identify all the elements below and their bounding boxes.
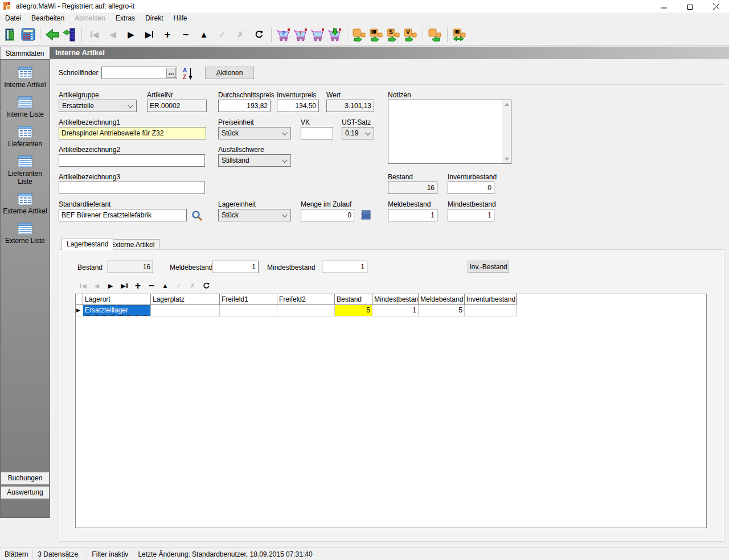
ust-satz-select[interactable]: 0,19 xyxy=(342,127,374,139)
grid-nav-last-icon[interactable]: ▶ xyxy=(117,281,131,290)
cart-exclaim-icon[interactable]: ! xyxy=(292,27,309,43)
issue-s-icon[interactable]: S xyxy=(385,27,402,43)
cell-bestand[interactable]: 5 xyxy=(335,305,372,316)
cell-freifeld1[interactable] xyxy=(220,305,277,316)
cell-mindestbestand[interactable]: 1 xyxy=(372,305,419,316)
sidebar-item-lieferanten-liste[interactable]: Lieferanten Liste xyxy=(1,155,50,186)
barcode-sync-icon[interactable] xyxy=(451,27,468,43)
menu-extras[interactable]: Extras xyxy=(110,13,140,24)
nav-last-icon[interactable]: ▶ xyxy=(140,27,158,42)
artikelbezeichnung1-field[interactable] xyxy=(59,127,206,139)
panel-meldebestand-field[interactable] xyxy=(212,261,259,273)
sidebar-item-externe-liste[interactable]: Externe Liste xyxy=(1,223,50,245)
minimize-button[interactable] xyxy=(650,0,677,13)
preiseinheit-select[interactable]: Stück xyxy=(218,127,291,139)
standardlieferant-field[interactable] xyxy=(59,209,187,221)
return-arrow-left-icon[interactable] xyxy=(427,27,444,43)
aktionen-button[interactable]: Aktionen xyxy=(205,67,254,79)
list-back-icon[interactable] xyxy=(61,27,78,43)
grid-nav-edit-icon[interactable]: ▲ xyxy=(158,281,172,290)
restore-button[interactable] xyxy=(677,0,703,13)
grid-column-header[interactable]: Lagerort xyxy=(83,294,151,305)
artikelgruppe-select[interactable]: Ersatzteile xyxy=(59,100,137,112)
scroll-up-icon[interactable] xyxy=(505,103,509,106)
cell-meldebestand[interactable]: 5 xyxy=(419,305,465,316)
grid-nav-refresh-icon[interactable] xyxy=(199,281,213,290)
sidebar-item-lieferanten[interactable]: Lieferanten xyxy=(1,126,50,148)
grid-nav-delete-icon[interactable]: − xyxy=(145,281,158,290)
grid-column-header[interactable]: Mindestbestand xyxy=(372,294,419,305)
close-button[interactable] xyxy=(703,0,729,13)
cart-plain-icon[interactable] xyxy=(309,27,326,43)
cell-inventurbestand[interactable] xyxy=(465,305,517,316)
sidebar-item-interne-artikel[interactable]: Interne Artikel xyxy=(1,67,50,89)
cell-lagerort[interactable]: Ersatzteillager xyxy=(83,305,151,316)
panel-mindestbestand-field[interactable] xyxy=(322,261,367,273)
browse-button[interactable]: ... xyxy=(166,68,176,78)
grid-column-header[interactable]: Lagerplatz xyxy=(151,294,220,305)
nav-prior-icon: ◀ xyxy=(104,27,122,42)
grid-column-header[interactable]: Bestand xyxy=(335,294,372,305)
ust-satz-label: UST-Satz xyxy=(342,118,371,126)
nav-edit-icon[interactable]: ▲ xyxy=(195,27,213,42)
menu-datei[interactable]: Datei xyxy=(0,13,26,24)
stack-icon[interactable] xyxy=(361,210,371,220)
grid-column-header[interactable]: Freifeld2 xyxy=(277,294,335,305)
notizen-scrollbar[interactable] xyxy=(502,100,511,163)
sidebar-tab-stammdaten[interactable]: Stammdaten xyxy=(0,47,50,59)
wert-label: Wert xyxy=(326,91,341,99)
calculator-icon[interactable] xyxy=(19,27,36,43)
grid-column-header[interactable]: Meldebestand xyxy=(419,294,465,305)
lagerbestand-panel: Bestand Meldebestand Mindestbestand Inv.… xyxy=(59,249,724,542)
menu-hilfe[interactable]: Hilfe xyxy=(168,13,192,24)
grid-column-header[interactable]: Inventurbestand xyxy=(465,294,517,305)
lagereinheit-select[interactable]: Stück xyxy=(218,209,291,221)
tab-lagerbestand[interactable]: Lagerbestand xyxy=(62,238,113,250)
grid-nav-next-icon[interactable]: ▶ xyxy=(104,281,117,290)
nav-cancel-icon: ✗ xyxy=(231,27,249,42)
search-icon[interactable] xyxy=(191,210,203,221)
artikelbezeichnung3-field[interactable] xyxy=(59,182,205,194)
svg-text:!: ! xyxy=(300,30,302,36)
grid-column-header[interactable]: Freifeld1 xyxy=(220,294,277,305)
exit-icon[interactable] xyxy=(2,27,19,43)
nav-insert-icon[interactable]: + xyxy=(158,27,177,42)
sidebar-item-externe-artikel[interactable]: Externe Artikel xyxy=(1,193,50,215)
mindestbestand-field[interactable] xyxy=(448,209,494,221)
panel-bestand-field xyxy=(108,261,153,273)
cart-receive-icon[interactable] xyxy=(326,27,343,43)
issue-arrow-right-icon[interactable] xyxy=(351,27,368,43)
sidebar-button-auswertung[interactable]: Auswertung xyxy=(1,486,50,499)
cell-lagerplatz[interactable] xyxy=(151,305,220,316)
durchschnittspreis-field[interactable] xyxy=(218,100,271,112)
menu-direkt[interactable]: Direkt xyxy=(140,13,168,24)
menu-bar: Datei Bearbeiten Abmelden Extras Direkt … xyxy=(0,13,729,24)
nav-delete-icon[interactable]: − xyxy=(177,27,195,42)
artikelbezeichnung2-field[interactable] xyxy=(59,154,205,167)
menu-bearbeiten[interactable]: Bearbeiten xyxy=(26,13,69,24)
issue-barcode-icon[interactable] xyxy=(368,27,385,43)
form-icon xyxy=(18,67,32,79)
menge-im-zulauf-field[interactable] xyxy=(301,209,354,221)
vk-field[interactable] xyxy=(301,127,333,139)
ausfallschwere-select[interactable]: Stillstand xyxy=(218,154,291,167)
sidebar-item-interne-liste[interactable]: Interne Liste xyxy=(1,96,50,118)
sort-az-icon[interactable]: AZ xyxy=(182,67,194,80)
inventurpreis-field[interactable] xyxy=(277,100,319,112)
vk-label: VK xyxy=(301,118,310,126)
inventurbestand-field[interactable] xyxy=(448,182,494,194)
grid-nav-insert-icon[interactable]: + xyxy=(131,281,145,290)
issue-v-icon[interactable]: V xyxy=(402,27,419,43)
sidebar-button-buchungen[interactable]: Buchungen xyxy=(1,472,50,485)
sidebar-item-label: Lieferanten xyxy=(1,140,50,148)
inv-bestand-button[interactable]: Inv.-Bestand xyxy=(468,261,509,273)
nav-refresh-icon[interactable] xyxy=(249,27,268,42)
navigate-back-icon[interactable] xyxy=(44,27,61,43)
nav-next-icon[interactable]: ▶ xyxy=(122,27,140,42)
meldebestand-field[interactable] xyxy=(388,209,437,221)
cart-question-icon[interactable]: ? xyxy=(275,27,292,43)
cell-freifeld2[interactable] xyxy=(277,305,335,316)
table-row[interactable]: ▶ Ersatzteillager 5 1 5 xyxy=(76,305,706,316)
scroll-down-icon[interactable] xyxy=(505,158,509,160)
notizen-textarea[interactable] xyxy=(388,100,511,164)
